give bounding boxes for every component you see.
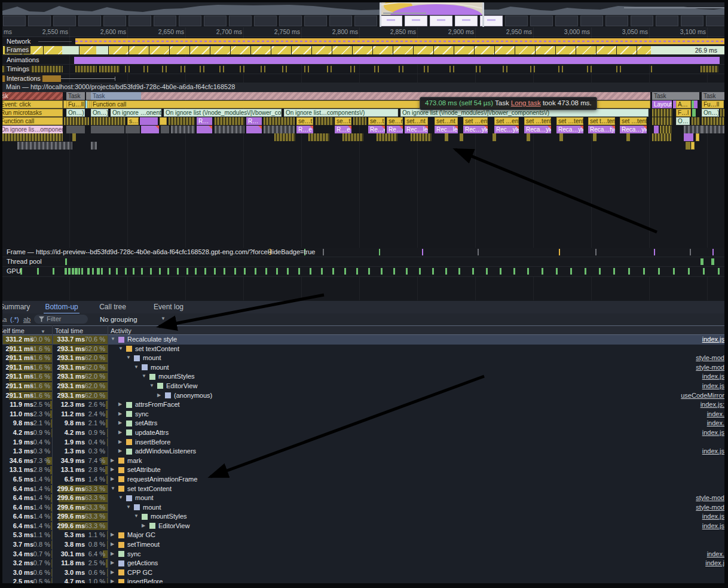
- flame-bar[interactable]: se…nt: [387, 117, 403, 125]
- filmstrip-thumbnail[interactable]: [555, 16, 578, 26]
- flame-fragment[interactable]: [17, 142, 72, 150]
- timing-mark[interactable]: [562, 66, 563, 72]
- timing-mark[interactable]: [331, 66, 332, 72]
- flame-bar[interactable]: set …tent: [524, 117, 551, 125]
- flame-fragment[interactable]: [686, 142, 690, 150]
- flame-fragment[interactable]: [527, 133, 530, 141]
- flame-bar[interactable]: A…: [676, 100, 691, 108]
- timing-mark[interactable]: [558, 66, 559, 72]
- filmstrip-thumbnail[interactable]: [254, 16, 277, 26]
- whole-word-icon[interactable]: ab: [23, 315, 30, 324]
- flame-bar[interactable]: Rec…yle: [463, 126, 488, 133]
- track-timings[interactable]: Timings: [2, 65, 724, 74]
- timing-mark[interactable]: [282, 66, 283, 72]
- flame-fragment[interactable]: [91, 126, 124, 133]
- flame-bar[interactable]: Re…le: [387, 126, 403, 133]
- source-link[interactable]: style-mod: [696, 354, 724, 361]
- flame-fragment[interactable]: [696, 133, 699, 141]
- timing-mark[interactable]: [261, 66, 262, 72]
- flame-fragment[interactable]: [559, 133, 563, 141]
- source-link[interactable]: style-mod: [696, 364, 724, 371]
- flame-fragment[interactable]: [161, 126, 169, 133]
- filmstrip-thumbnail[interactable]: [279, 16, 302, 26]
- flame-fragment[interactable]: [274, 133, 295, 141]
- flame-fragment[interactable]: [91, 142, 97, 150]
- timing-mark[interactable]: [587, 66, 588, 72]
- flame-bar[interactable]: Reca…yle: [556, 126, 583, 133]
- timing-mark[interactable]: [378, 66, 379, 72]
- flame-bar[interactable]: Reca…yle: [524, 126, 551, 133]
- filmstrip-thumbnail[interactable]: [28, 16, 51, 26]
- table-row[interactable]: 34.6 ms7.3 %34.9 ms7.4 %▶mark: [2, 456, 724, 466]
- long-task-link[interactable]: Long task: [511, 99, 541, 106]
- flame-fragment[interactable]: [652, 133, 671, 141]
- timing-mark[interactable]: [453, 66, 454, 72]
- flame-fragment[interactable]: [626, 133, 630, 141]
- flame-bar[interactable]: set…nt: [405, 117, 428, 125]
- flame-fragment[interactable]: [593, 133, 597, 141]
- filmstrip-thumbnail[interactable]: [229, 16, 252, 26]
- flame-bar[interactable]: Task: [2, 92, 63, 100]
- source-link[interactable]: index.js: [702, 513, 724, 520]
- expand-toggle-icon[interactable]: ▼: [126, 355, 131, 360]
- table-row[interactable]: 291.1 ms61.6 %293.1 ms62.0 %▼mountstyle-…: [2, 354, 724, 363]
- regex-icon[interactable]: (.*): [10, 315, 19, 324]
- expand-toggle-icon[interactable]: ▼: [134, 513, 139, 519]
- expand-toggle-icon[interactable]: ▶: [142, 523, 145, 528]
- flame-fragment[interactable]: [652, 117, 672, 125]
- flame-bar[interactable]: On…): [91, 109, 108, 117]
- timing-mark[interactable]: [651, 66, 652, 72]
- flame-fragment[interactable]: [246, 126, 262, 133]
- flame-fragment[interactable]: [215, 126, 244, 133]
- timing-mark[interactable]: [203, 66, 204, 72]
- flame-fragment[interactable]: [64, 117, 89, 125]
- flame-bar[interactable]: R…e: [335, 126, 351, 133]
- filmstrip-thumbnail[interactable]: [631, 16, 653, 26]
- timing-mark[interactable]: [701, 66, 718, 72]
- flame-fragment[interactable]: [308, 133, 329, 141]
- filmstrip-thumbnail[interactable]: [681, 16, 703, 26]
- filmstrip-thumbnail[interactable]: [455, 16, 478, 26]
- source-link[interactable]: index.js: [702, 373, 724, 380]
- flame-bar[interactable]: Run microtasks: [2, 109, 63, 117]
- filmstrip-thumbnail[interactable]: [154, 16, 176, 26]
- flame-bar[interactable]: Reca…yle: [620, 126, 647, 133]
- timing-mark[interactable]: [166, 66, 167, 72]
- flame-fragment[interactable]: [197, 126, 212, 133]
- filmstrip-thumbnail[interactable]: [505, 16, 528, 26]
- filmstrip-thumbnail[interactable]: [103, 16, 126, 26]
- track-interactions[interactable]: Interactions: [2, 74, 724, 83]
- timing-mark[interactable]: [264, 66, 265, 72]
- flame-bar[interactable]: Fu…ll: [702, 100, 724, 108]
- filmstrip-thumbnail[interactable]: [3, 16, 26, 26]
- table-row[interactable]: 6.4 ms1.4 %299.6 ms63.3 %▼set textConten…: [2, 485, 724, 494]
- track-frame[interactable]: Frame — https://id-preview--bd53fd9d-728…: [2, 248, 724, 257]
- flame-bar[interactable]: s…t: [127, 117, 139, 125]
- table-row[interactable]: 331.2 ms70.0 %333.7 ms70.6 %▼Recalculate…: [2, 335, 724, 345]
- expand-toggle-icon[interactable]: ▶: [111, 569, 114, 575]
- main-thread-header[interactable]: Main — http://localhost:3000/projects/bd…: [2, 83, 724, 92]
- flame-bar[interactable]: set …ent: [494, 117, 519, 125]
- col-activity[interactable]: Activity: [111, 327, 131, 335]
- frames-strip[interactable]: [108, 46, 651, 54]
- timing-mark[interactable]: [184, 66, 185, 72]
- filmstrip-thumbnail[interactable]: [430, 16, 452, 26]
- flame-bar[interactable]: set …tent: [620, 117, 647, 125]
- network-request-bar[interactable]: [75, 38, 724, 44]
- table-row[interactable]: 3.0 ms0.6 %3.0 ms0.6 %▶CPP GC: [2, 568, 724, 578]
- timing-mark[interactable]: [399, 66, 400, 72]
- flame-bar[interactable]: Fu…ll: [66, 100, 85, 108]
- flame-bar[interactable]: set …tent: [556, 117, 583, 125]
- match-case-icon[interactable]: Aa: [2, 315, 7, 324]
- timing-mark[interactable]: [620, 66, 621, 72]
- flame-fragment[interactable]: [702, 126, 724, 133]
- timing-mark[interactable]: [534, 66, 535, 72]
- filmstrip-thumbnail[interactable]: [304, 16, 327, 26]
- table-row[interactable]: 11.9 ms2.5 %12.3 ms2.6 %▶attrsFromFaceti…: [2, 400, 724, 410]
- flame-bar[interactable]: set t…tent: [588, 117, 615, 125]
- animation-bar[interactable]: [74, 57, 720, 64]
- flame-fragment[interactable]: [654, 126, 659, 133]
- flame-fragment[interactable]: [316, 117, 334, 125]
- source-link[interactable]: index.js: [702, 447, 724, 455]
- expand-toggle-icon[interactable]: ▶: [111, 532, 114, 537]
